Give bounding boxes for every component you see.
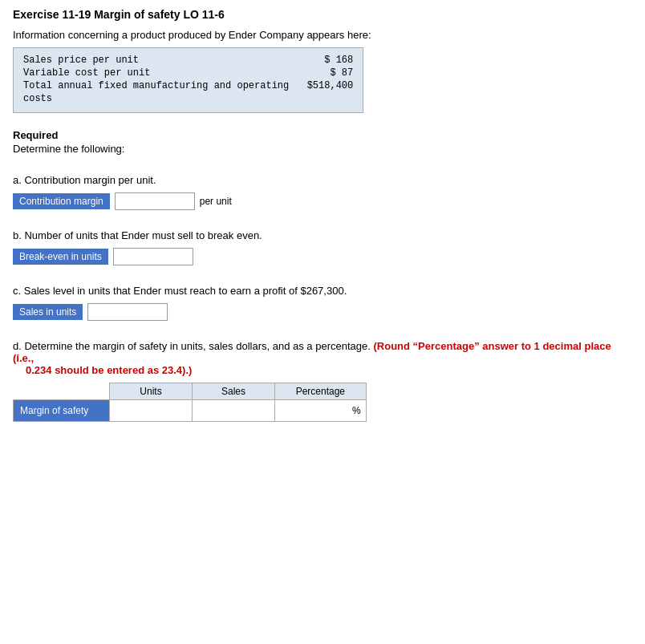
part-b-section: b. Number of units that Ender must sell … <box>13 229 632 265</box>
part-a-letter: a. <box>13 174 22 186</box>
part-c-text: Sales level in units that Ender must rea… <box>24 285 347 297</box>
info-value-2: $ 87 <box>289 67 353 79</box>
margin-of-safety-sales-cell[interactable] <box>193 400 275 422</box>
part-a-description: a. Contribution margin per unit. <box>13 174 632 186</box>
info-label-2: Variable cost per unit <box>23 67 289 79</box>
row-label-margin-of-safety: Margin of safety <box>14 400 110 422</box>
margin-of-safety-pct-cell[interactable]: % <box>275 400 367 422</box>
info-value-3: $518,400 <box>289 80 353 91</box>
part-b-text: Number of units that Ender must sell to … <box>24 229 262 241</box>
col-sales: Sales <box>193 383 275 400</box>
page-title: Exercise 11-19 Margin of safety LO 11-6 <box>13 8 632 21</box>
part-a-answer-row: Contribution margin per unit <box>13 192 632 210</box>
info-label-1: Sales price per unit <box>23 55 289 66</box>
part-a-input[interactable] <box>115 192 195 210</box>
info-row-2: Variable cost per unit $ 87 <box>23 67 353 79</box>
col-percentage: Percentage <box>275 383 367 400</box>
part-d-table-wrapper: Units Sales Percentage Margin of safety <box>13 383 632 422</box>
part-c-description: c. Sales level in units that Ender must … <box>13 285 632 297</box>
margin-of-safety-pct-input[interactable] <box>280 403 352 419</box>
part-d-table: Units Sales Percentage Margin of safety <box>13 383 367 422</box>
info-value-4 <box>289 93 353 104</box>
part-c-label: Sales in units <box>13 304 83 320</box>
info-label-4: costs <box>23 93 289 104</box>
part-c-input[interactable] <box>87 303 168 321</box>
part-d-letter: d. <box>13 340 22 352</box>
margin-of-safety-units-input[interactable] <box>115 403 187 419</box>
part-b-description: b. Number of units that Ender must sell … <box>13 229 632 241</box>
part-c-letter: c. <box>13 285 21 297</box>
info-row-3: Total annual fixed manufacturing and ope… <box>23 80 353 91</box>
required-heading: Required <box>13 129 632 141</box>
part-a-label: Contribution margin <box>13 193 110 209</box>
part-d-description: d. Determine the margin of safety in uni… <box>13 340 632 376</box>
pct-symbol: % <box>352 405 361 416</box>
part-c-answer-row: Sales in units <box>13 303 632 321</box>
info-row-4: costs <box>23 93 353 104</box>
intro-text: Information concerning a product produce… <box>13 29 632 41</box>
part-c-section: c. Sales level in units that Ender must … <box>13 285 632 321</box>
part-d-note-end: 0.234 should be entered as 23.4).) <box>13 364 192 376</box>
info-label-3: Total annual fixed manufacturing and ope… <box>23 80 289 91</box>
part-b-label: Break-even in units <box>13 249 108 265</box>
part-a-text: Contribution margin per unit. <box>24 174 156 186</box>
info-value-1: $ 168 <box>289 55 353 66</box>
part-b-letter: b. <box>13 229 22 241</box>
required-subheading: Determine the following: <box>13 143 632 155</box>
part-b-input[interactable] <box>113 248 193 265</box>
part-d-text: Determine the margin of safety in units,… <box>24 340 370 352</box>
table-row: Margin of safety % <box>14 400 367 422</box>
table-header-row: Units Sales Percentage <box>14 383 367 400</box>
part-d-section: d. Determine the margin of safety in uni… <box>13 340 632 422</box>
info-table: Sales price per unit $ 168 Variable cost… <box>13 47 363 113</box>
margin-of-safety-units-cell[interactable] <box>110 400 193 422</box>
info-row-1: Sales price per unit $ 168 <box>23 55 353 66</box>
col-units: Units <box>110 383 193 400</box>
part-b-answer-row: Break-even in units <box>13 248 632 265</box>
part-a-unit: per unit <box>200 196 232 207</box>
margin-of-safety-sales-input[interactable] <box>197 403 270 419</box>
required-section: Required Determine the following: <box>13 129 632 155</box>
part-a-section: a. Contribution margin per unit. Contrib… <box>13 174 632 210</box>
